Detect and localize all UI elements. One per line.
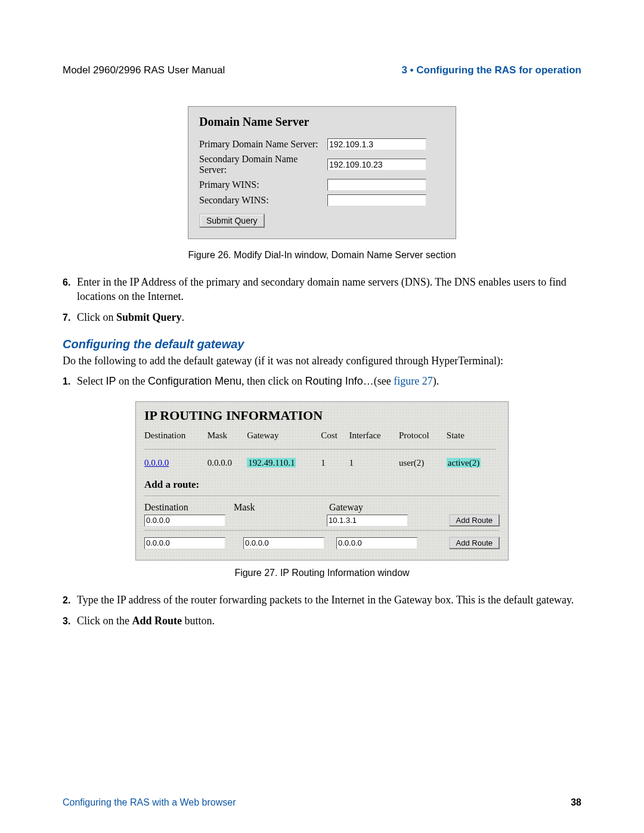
step-number: 2.	[63, 593, 77, 607]
document-page: Model 2960/2996 RAS User Manual 3 • Conf…	[0, 0, 644, 833]
table-header-row: Destination Mask Gateway Cost Interface …	[144, 429, 500, 444]
figure-26-dns-panel: Domain Name Server Primary Domain Name S…	[188, 106, 456, 239]
section-heading-default-gateway: Configuring the default gateway	[63, 337, 581, 351]
step-text: Type the IP address of the router forwar…	[77, 593, 581, 607]
step-number: 6.	[63, 275, 77, 304]
col-cost: Cost	[321, 429, 349, 444]
route-cost: 1	[321, 457, 349, 469]
step-number: 1.	[63, 374, 77, 388]
figure-26-caption: Figure 26. Modify Dial-In window, Domain…	[63, 250, 581, 261]
step-2: 2. Type the IP address of the router for…	[63, 593, 581, 607]
col-state: State	[447, 429, 500, 444]
destination-input[interactable]	[144, 515, 225, 527]
add-route-row-2: Add Route	[144, 537, 500, 549]
submit-query-button[interactable]: Submit Query	[199, 213, 265, 228]
col-destination: Destination	[144, 429, 208, 444]
secondary-wins-label: Secondary WINS:	[199, 195, 327, 206]
secondary-wins-input[interactable]	[327, 194, 426, 206]
divider	[144, 496, 500, 496]
route-protocol: user(2)	[399, 457, 447, 469]
add-route-button[interactable]: Add Route	[449, 537, 500, 549]
figure-27-routing-panel: IP ROUTING INFORMATION Destination Mask …	[135, 401, 509, 561]
primary-dns-label: Primary Domain Name Server:	[199, 139, 327, 150]
col-mask: Mask	[208, 429, 247, 444]
steps-list-3: 2. Type the IP address of the router for…	[63, 593, 581, 628]
gateway-input[interactable]	[336, 537, 417, 549]
route-destination-link[interactable]: 0.0.0.0	[144, 458, 169, 467]
step-3: 3. Click on the Add Route button.	[63, 614, 581, 628]
gateway-input[interactable]	[327, 515, 408, 527]
route-gateway: 192.49.110.1	[247, 458, 296, 467]
route-interface: 1	[349, 457, 398, 469]
divider	[144, 530, 500, 531]
table-row: 0.0.0.0 0.0.0.0 192.49.110.1 1 1 user(2)…	[144, 457, 500, 469]
header-manual-title: Model 2960/2996 RAS User Manual	[63, 64, 225, 76]
destination-input[interactable]	[144, 537, 225, 549]
steps-list-1: 6. Enter in the IP Address of the primar…	[63, 275, 581, 324]
route-mask: 0.0.0.0	[208, 457, 247, 469]
secondary-dns-input[interactable]	[327, 159, 426, 171]
page-header: Model 2960/2996 RAS User Manual 3 • Conf…	[63, 64, 581, 76]
step-1: 1. Select IP on the Configuration Menu, …	[63, 374, 581, 388]
col-protocol: Protocol	[399, 429, 447, 444]
footer-section-title: Configuring the RAS with a Web browser	[63, 797, 236, 808]
add-route-button[interactable]: Add Route	[449, 514, 500, 527]
section-intro: Do the following to add the default gate…	[63, 354, 581, 368]
form-label-gateway: Gateway	[329, 502, 425, 513]
add-route-row-1: Add Route	[144, 514, 500, 527]
page-footer: Configuring the RAS with a Web browser 3…	[63, 797, 581, 808]
col-interface: Interface	[349, 429, 398, 444]
step-number: 7.	[63, 310, 77, 324]
route-state: active(2)	[447, 458, 481, 467]
primary-wins-input[interactable]	[327, 179, 426, 191]
step-text: Enter in the IP Address of the primary a…	[77, 275, 581, 304]
step-6: 6. Enter in the IP Address of the primar…	[63, 275, 581, 304]
step-number: 3.	[63, 614, 77, 628]
dns-panel-title: Domain Name Server	[199, 115, 445, 129]
page-number: 38	[571, 797, 581, 808]
mask-input[interactable]	[243, 537, 324, 549]
col-gateway: Gateway	[247, 429, 321, 444]
header-chapter-title: 3 • Configuring the RAS for operation	[401, 64, 581, 76]
figure-27-link[interactable]: figure 27	[394, 375, 432, 387]
form-label-mask: Mask	[234, 502, 329, 513]
secondary-dns-label: Secondary Domain Name Server:	[199, 154, 327, 175]
table-divider	[144, 449, 496, 450]
add-route-heading: Add a route:	[144, 479, 500, 491]
routing-panel-title: IP ROUTING INFORMATION	[144, 408, 500, 423]
primary-dns-input[interactable]	[327, 138, 426, 150]
routing-table: Destination Mask Gateway Cost Interface …	[144, 429, 500, 469]
step-text: Click on Submit Query.	[77, 310, 581, 324]
steps-list-2: 1. Select IP on the Configuration Menu, …	[63, 374, 581, 388]
step-text: Select IP on the Configuration Menu, the…	[77, 374, 581, 388]
form-label-destination: Destination	[144, 502, 234, 513]
step-7: 7. Click on Submit Query.	[63, 310, 581, 324]
step-text: Click on the Add Route button.	[77, 614, 581, 628]
primary-wins-label: Primary WINS:	[199, 179, 327, 190]
figure-27-caption: Figure 27. IP Routing Information window	[63, 568, 581, 578]
